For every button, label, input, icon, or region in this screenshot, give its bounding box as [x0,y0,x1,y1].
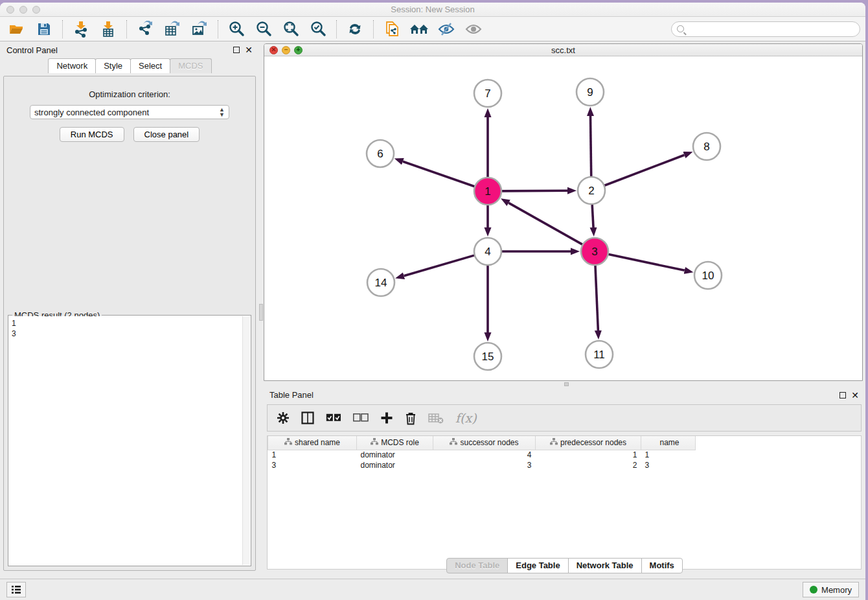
table-cell[interactable]: dominator [357,460,433,470]
clone-network-button[interactable] [380,19,404,39]
window-title: Session: New Session [0,5,865,14]
zoom-out-button[interactable] [252,19,275,39]
column-header-predecessor-nodes[interactable]: predecessor nodes [536,436,641,450]
delete-column-button[interactable] [405,411,417,425]
table-cell[interactable]: 1 [641,450,696,460]
refresh-icon [347,21,363,37]
float-panel-icon[interactable] [839,392,846,398]
mcds-result-text[interactable]: 13 [9,316,242,565]
edge-2-3[interactable] [592,204,593,227]
main-area: Control Panel ✕ NetworkStyleSelectMCDS O… [0,41,865,579]
deselect-all-button[interactable] [353,413,369,422]
tree-icon [450,438,457,445]
table-tab-motifs[interactable]: Motifs [641,558,683,573]
zoom-selected-icon [310,21,326,38]
table-row[interactable]: 1dominator411 [268,450,696,460]
table-cell[interactable]: dominator [357,450,433,460]
trash-icon [405,411,417,425]
open-session-button[interactable] [5,19,29,39]
toolbar-separator [373,20,374,38]
table-cell[interactable]: 3 [641,460,696,470]
table-cell[interactable]: 2 [536,460,641,470]
edge-1-6[interactable] [403,161,475,187]
control-tab-style[interactable]: Style [95,58,131,73]
splitter-grip[interactable] [564,382,569,386]
control-tab-mcds[interactable]: MCDS [170,58,211,73]
network-frame-titlebar: ✕ – + scc.txt [264,44,862,56]
edge-1-2[interactable] [501,190,567,191]
zoom-fit-icon [282,21,299,38]
table-cell[interactable]: 3 [268,460,357,470]
zoom-selected-button[interactable] [306,19,330,39]
mcds-result-groupbox: MCDS result (2 nodes) 13 [8,315,251,566]
add-column-button[interactable] [380,411,393,424]
network-canvas[interactable]: 7961284314101511 [264,56,862,380]
memory-label: Memory [821,585,852,595]
edge-2-8[interactable] [604,155,685,185]
first-neighbors-button[interactable] [407,19,431,39]
close-panel-button[interactable]: Close panel [133,127,200,142]
edge-4-14[interactable] [404,255,475,276]
edge-2-9[interactable] [590,116,591,177]
show-all-button[interactable] [462,19,485,39]
delete-table-button[interactable] [428,412,444,424]
import-network-button[interactable] [69,19,93,39]
table-row[interactable]: 3dominator323 [268,460,696,470]
memory-button[interactable]: Memory [803,582,859,597]
table-panel: Table Panel ✕ [263,387,865,579]
export-image-button[interactable] [188,19,211,39]
zoom-fit-button[interactable] [279,19,303,39]
task-history-button[interactable] [6,582,26,597]
edge-3-11[interactable] [595,265,598,330]
table-tab-network-table[interactable]: Network Table [568,558,642,573]
export-network-button[interactable] [133,19,157,39]
save-session-button[interactable] [32,19,56,39]
result-scrollbar[interactable] [242,316,250,565]
table-cell[interactable]: 4 [433,450,536,460]
table-tab-edge-table[interactable]: Edge Table [507,558,568,573]
horizontal-splitter[interactable] [263,381,865,387]
export-table-button[interactable] [161,19,184,39]
toolbar-separator [336,20,337,38]
float-panel-icon[interactable] [233,47,240,53]
column-header-name[interactable]: name [641,436,696,450]
eye-icon [465,22,482,36]
export-table-icon [164,21,181,38]
splitter-grip[interactable] [259,304,263,321]
dropdown-stepper-icon: ▲▼ [219,107,225,117]
criterion-dropdown[interactable]: strongly connected component ▲▼ [30,105,229,119]
table-tab-node-table[interactable]: Node Table [446,558,508,573]
select-all-button[interactable] [326,413,341,422]
table-cell[interactable]: 3 [433,460,536,470]
node-table[interactable]: shared nameMCDS rolesuccessor nodesprede… [267,435,862,570]
network-frame: ✕ – + scc.txt 7961284314101511 [264,43,863,381]
close-panel-icon[interactable]: ✕ [851,392,859,398]
function-builder-button[interactable]: f(x) [455,411,477,425]
list-icon [11,585,21,594]
zoom-in-button[interactable] [225,19,248,39]
criterion-value: strongly connected component [34,108,149,117]
control-tab-select[interactable]: Select [130,58,170,73]
edge-3-1[interactable] [508,203,582,245]
table-settings-button[interactable] [277,411,290,424]
tree-icon [550,438,558,445]
search-field[interactable] [671,21,860,37]
search-input[interactable] [687,25,854,34]
close-panel-icon[interactable]: ✕ [245,47,253,53]
table-panel-header: Table Panel ✕ [263,387,865,403]
column-header-shared-name[interactable]: shared name [268,436,357,450]
column-layout-button[interactable] [301,411,314,424]
column-header-successor-nodes[interactable]: successor nodes [433,436,536,450]
table-cell[interactable]: 1 [268,450,357,460]
refresh-button[interactable] [343,19,367,39]
control-tab-network[interactable]: Network [48,58,96,73]
run-mcds-button[interactable]: Run MCDS [60,127,124,142]
table-panel-title: Table Panel [269,390,314,400]
network-graph[interactable]: 7961284314101511 [264,56,863,378]
node-label-4: 4 [485,246,490,258]
import-table-button[interactable] [97,19,120,39]
edge-3-10[interactable] [608,254,685,270]
table-cell[interactable]: 1 [536,450,641,460]
hide-selected-button[interactable] [435,19,458,39]
column-header-MCDS-role[interactable]: MCDS role [357,436,433,450]
